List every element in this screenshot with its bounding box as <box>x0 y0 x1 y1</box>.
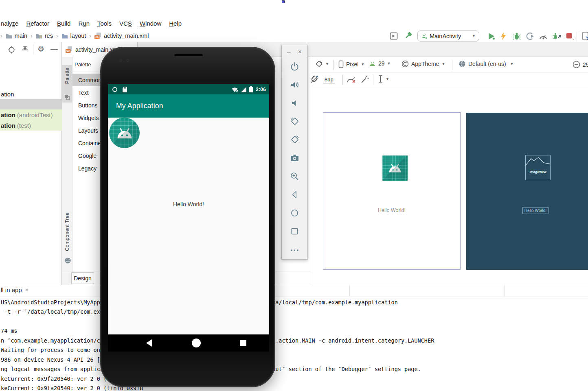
app-title: My Application <box>116 102 163 110</box>
screenshot-camera-button[interactable] <box>289 152 301 164</box>
run-config-label: MainActivity <box>430 33 470 39</box>
phone-speaker <box>174 54 203 57</box>
collapse-all-icon[interactable] <box>21 46 29 56</box>
nav-overview-button[interactable] <box>240 340 246 346</box>
home-button[interactable] <box>289 207 301 218</box>
divider <box>342 74 343 85</box>
divider <box>0 285 588 285</box>
zoom-out-icon <box>573 61 580 68</box>
profile-icon[interactable] <box>526 32 535 42</box>
rotate-device-icon <box>315 60 323 68</box>
zoom-button[interactable] <box>289 170 301 182</box>
close-icon[interactable]: × <box>25 287 29 293</box>
battery-icon <box>249 86 253 92</box>
menu-tools[interactable]: Tools <box>97 20 112 27</box>
device-select[interactable]: Pixel ▼ <box>338 60 364 68</box>
run-button[interactable] <box>487 32 496 42</box>
menu-build[interactable]: Build <box>57 20 70 27</box>
palette-side-tab-label[interactable]: Palette <box>64 68 70 84</box>
back-button[interactable] <box>289 189 301 200</box>
api-level-select[interactable]: 29 ▼ <box>369 60 391 67</box>
volume-down-button[interactable] <box>289 97 301 109</box>
imageview-widget[interactable] <box>382 155 408 181</box>
artifact-dot <box>282 0 285 3</box>
gear-icon[interactable]: ⚙ <box>37 44 44 53</box>
emulator-screen[interactable]: 2:06 My Application Hello World! <box>108 84 269 352</box>
pack-margin-menu[interactable]: ▼ <box>378 75 389 83</box>
project-row-androidtest[interactable]: ation(androidTest) <box>0 109 62 120</box>
nav-back-button[interactable] <box>146 339 153 347</box>
textview-widget[interactable]: Hello World! <box>323 208 460 213</box>
design-preview-panel[interactable]: Hello World! <box>323 112 461 270</box>
close-icon[interactable]: × <box>298 48 302 55</box>
zoom-out-control[interactable]: 25 <box>573 61 588 68</box>
image-placeholder-icon <box>526 156 550 168</box>
console-line: Waiting for process to come onl <box>1 347 103 353</box>
menu-analyze[interactable]: nalyze <box>1 20 18 27</box>
console-line: 986 on device Nexus_4_API_26 [e <box>1 356 103 363</box>
power-button[interactable] <box>289 61 301 72</box>
build-hammer-icon[interactable] <box>404 31 412 42</box>
breadcrumb-main[interactable]: main <box>6 33 27 39</box>
blueprint-textview-widget[interactable]: Hello World! <box>522 207 549 214</box>
console-line: n ″com.example.myapplication/c <box>1 337 100 344</box>
wifi-off-icon <box>231 87 239 92</box>
chevron-down-icon: ▼ <box>441 62 445 66</box>
locale-select[interactable]: Default (en-us) ▼ <box>459 60 514 68</box>
overview-button[interactable] <box>289 225 301 237</box>
nav-home-button[interactable] <box>192 339 201 347</box>
rotate-left-button[interactable] <box>289 116 301 127</box>
menu-refactor[interactable]: Refactor <box>26 20 49 27</box>
theme-select[interactable]: AppTheme ▼ <box>402 60 445 68</box>
attach-debugger-icon[interactable] <box>552 32 562 42</box>
breadcrumb-file[interactable]: <> activity_main.xml <box>94 33 149 39</box>
menu-vcs[interactable]: VCS <box>119 20 132 27</box>
console-line: put″ section of the ″Debugger″ settings … <box>272 366 421 372</box>
emulator-device-frame: 2:06 My Application Hello World! <box>100 47 275 387</box>
menu-window[interactable]: Window <box>140 20 161 27</box>
debug-bug-icon[interactable] <box>512 32 521 42</box>
avd-manager-icon[interactable] <box>582 31 588 43</box>
chevron-icon: › <box>89 33 91 39</box>
blueprint-imageview-widget[interactable]: ImageView <box>525 155 551 180</box>
divider <box>577 32 577 42</box>
divider <box>349 285 350 297</box>
zoom-level-label: 25 <box>583 61 588 68</box>
component-tree-side-tab[interactable]: Component Tree <box>64 212 70 251</box>
default-margin-selector[interactable]: 8dp <box>323 76 335 83</box>
blueprint-preview-panel[interactable]: ImageView Hello World! <box>466 113 588 270</box>
profiler-gauge-icon[interactable] <box>539 32 548 42</box>
stop-button[interactable]: 2 <box>566 33 574 42</box>
divider <box>504 285 505 297</box>
minimize-icon[interactable]: – <box>287 48 290 55</box>
autoconnect-off-magnet-icon[interactable] <box>309 75 319 86</box>
project-row-selected[interactable] <box>0 99 62 109</box>
divider <box>452 60 452 70</box>
console-line: US\AndroidStudioProjects\MyAppl <box>1 299 103 306</box>
project-row[interactable]: ation <box>0 89 62 99</box>
project-row-test[interactable]: ation(test) <box>0 120 62 131</box>
divider <box>373 74 373 85</box>
console-tab[interactable]: ll in app × <box>1 286 28 293</box>
apply-changes-lightning-icon[interactable] <box>500 32 507 42</box>
breadcrumb-res[interactable]: res <box>36 33 53 39</box>
infer-constraints-wand-icon[interactable] <box>360 75 369 86</box>
clear-constraints-icon[interactable] <box>346 74 357 86</box>
run-config-select[interactable]: MainActivity ▼ <box>417 31 479 42</box>
menu-help[interactable]: Help <box>169 20 182 27</box>
xml-file-icon: <> <box>66 46 72 53</box>
hide-panel-minus-icon[interactable]: — <box>50 45 58 53</box>
menu-run[interactable]: Run <box>78 20 90 27</box>
breadcrumb-layout[interactable]: layout <box>61 33 86 39</box>
design-tab[interactable]: Design <box>71 272 94 284</box>
console-tab-label: ll in app <box>1 286 22 293</box>
project-panel <box>0 42 62 285</box>
chevron-down-icon: ▼ <box>361 63 364 66</box>
hello-world-text: Hello World! <box>108 201 269 208</box>
more-options-button[interactable] <box>289 245 301 256</box>
orientation-select[interactable]: ▼ <box>315 60 329 68</box>
run-toolwindow-icon[interactable] <box>390 32 398 42</box>
locate-target-icon[interactable] <box>7 46 16 56</box>
volume-up-button[interactable] <box>289 79 301 90</box>
rotate-right-button[interactable] <box>289 134 301 145</box>
